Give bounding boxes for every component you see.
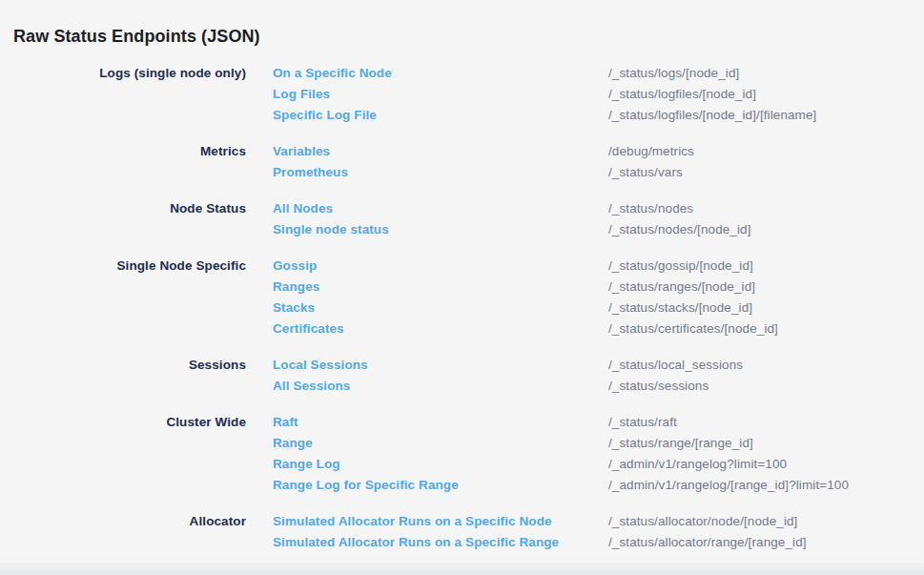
endpoint-row: On a Specific Node /_status/logs/[node_i… bbox=[273, 63, 816, 84]
endpoint-path-label: /_status/nodes bbox=[608, 198, 693, 219]
endpoint-row: Range Log /_admin/v1/rangelog?limit=100 bbox=[273, 454, 849, 475]
endpoint-link[interactable]: All Sessions bbox=[273, 376, 608, 397]
endpoint-category-label: Logs (single node only) bbox=[0, 63, 246, 126]
endpoint-link[interactable]: Specific Log File bbox=[273, 105, 608, 126]
endpoint-path-label: /_status/ranges/[node_id] bbox=[608, 277, 755, 298]
endpoint-row: Simulated Allocator Runs on a Specific N… bbox=[273, 511, 807, 532]
page-title: Raw Status Endpoints (JSON) bbox=[0, 11, 924, 47]
endpoint-link[interactable]: Simulated Allocator Runs on a Specific N… bbox=[273, 511, 608, 532]
endpoint-row: Log Files /_status/logfiles/[node_id] bbox=[273, 84, 816, 105]
endpoint-link[interactable]: Single node status bbox=[273, 219, 608, 240]
endpoint-path-label: /_admin/v1/rangelog/[range_id]?limit=100 bbox=[608, 475, 849, 496]
endpoint-group-sessions: Sessions Local Sessions /_status/local_s… bbox=[0, 355, 924, 397]
endpoint-row: Local Sessions /_status/local_sessions bbox=[273, 355, 743, 376]
endpoint-category-label: Sessions bbox=[0, 355, 246, 397]
endpoint-link[interactable]: Log Files bbox=[273, 84, 608, 105]
endpoint-groups: Logs (single node only) On a Specific No… bbox=[0, 63, 924, 553]
endpoint-path-label: /_status/sessions bbox=[608, 376, 708, 397]
endpoint-path-label: /_status/nodes/[node_id] bbox=[608, 219, 751, 240]
endpoint-rows: On a Specific Node /_status/logs/[node_i… bbox=[273, 63, 816, 126]
endpoint-row: Prometheus /_status/vars bbox=[273, 162, 694, 183]
endpoint-path-label: /_status/gossip/[node_id] bbox=[608, 256, 753, 277]
endpoint-row: Stacks /_status/stacks/[node_id] bbox=[273, 298, 778, 318]
endpoint-row: All Sessions /_status/sessions bbox=[273, 376, 743, 397]
endpoint-path-label: /_status/stacks/[node_id] bbox=[608, 298, 752, 318]
endpoint-row: Range Log for Specific Range /_admin/v1/… bbox=[273, 475, 849, 496]
endpoint-group-metrics: Metrics Variables /debug/metrics Prometh… bbox=[0, 141, 924, 183]
endpoint-path-label: /debug/metrics bbox=[608, 141, 694, 162]
endpoint-path-label: /_status/local_sessions bbox=[608, 355, 743, 376]
endpoint-path-label: /_status/logs/[node_id] bbox=[608, 63, 739, 84]
endpoint-row: All Nodes /_status/nodes bbox=[273, 198, 751, 219]
endpoint-rows: All Nodes /_status/nodes Single node sta… bbox=[273, 198, 751, 240]
endpoint-row: Single node status /_status/nodes/[node_… bbox=[273, 219, 751, 240]
endpoint-category-label: Allocator bbox=[0, 511, 246, 553]
raw-status-endpoints-page: Raw Status Endpoints (JSON) Logs (single… bbox=[0, 11, 924, 553]
endpoint-link[interactable]: All Nodes bbox=[273, 198, 608, 219]
endpoint-link[interactable]: Raft bbox=[273, 412, 608, 433]
endpoint-group-node-status: Node Status All Nodes /_status/nodes Sin… bbox=[0, 198, 924, 240]
endpoint-link[interactable]: Local Sessions bbox=[273, 355, 608, 376]
endpoint-link[interactable]: Certificates bbox=[273, 318, 608, 339]
endpoint-row: Certificates /_status/certificates/[node… bbox=[273, 318, 778, 339]
endpoint-path-label: /_status/vars bbox=[608, 162, 683, 183]
endpoint-path-label: /_status/logfiles/[node_id] bbox=[608, 84, 756, 105]
endpoint-path-label: /_status/range/[range_id] bbox=[608, 433, 753, 454]
endpoint-path-label: /_status/allocator/range/[range_id] bbox=[608, 532, 807, 553]
endpoint-link[interactable]: Range bbox=[273, 433, 608, 454]
endpoint-category-label: Single Node Specific bbox=[0, 256, 246, 339]
endpoint-path-label: /_status/certificates/[node_id] bbox=[608, 318, 778, 339]
endpoint-group-allocator: Allocator Simulated Allocator Runs on a … bbox=[0, 511, 924, 553]
endpoint-row: Specific Log File /_status/logfiles/[nod… bbox=[273, 105, 816, 126]
endpoint-path-label: /_admin/v1/rangelog?limit=100 bbox=[608, 454, 787, 475]
endpoint-group-logs: Logs (single node only) On a Specific No… bbox=[0, 63, 924, 126]
endpoint-row: Raft /_status/raft bbox=[273, 412, 849, 433]
endpoint-group-cluster-wide: Cluster Wide Raft /_status/raft Range /_… bbox=[0, 412, 924, 496]
endpoint-link[interactable]: Gossip bbox=[273, 256, 608, 277]
endpoint-row: Variables /debug/metrics bbox=[273, 141, 694, 162]
endpoint-category-label: Node Status bbox=[0, 198, 246, 240]
endpoint-row: Range /_status/range/[range_id] bbox=[273, 433, 849, 454]
endpoint-category-label: Cluster Wide bbox=[0, 412, 246, 496]
endpoint-path-label: /_status/logfiles/[node_id]/[filename] bbox=[608, 105, 816, 126]
endpoint-link[interactable]: Variables bbox=[273, 141, 608, 162]
endpoint-row: Gossip /_status/gossip/[node_id] bbox=[273, 256, 778, 277]
endpoint-path-label: /_status/allocator/node/[node_id] bbox=[608, 511, 797, 532]
endpoint-rows: Raft /_status/raft Range /_status/range/… bbox=[273, 412, 849, 496]
endpoint-path-label: /_status/raft bbox=[608, 412, 677, 433]
endpoint-link[interactable]: On a Specific Node bbox=[273, 63, 608, 84]
endpoint-link[interactable]: Range Log for Specific Range bbox=[273, 475, 608, 496]
endpoint-rows: Variables /debug/metrics Prometheus /_st… bbox=[273, 141, 694, 183]
endpoint-group-single-node: Single Node Specific Gossip /_status/gos… bbox=[0, 256, 924, 339]
endpoint-link[interactable]: Prometheus bbox=[273, 162, 608, 183]
endpoint-link[interactable]: Ranges bbox=[273, 277, 608, 298]
endpoint-rows: Gossip /_status/gossip/[node_id] Ranges … bbox=[273, 256, 778, 339]
endpoint-rows: Simulated Allocator Runs on a Specific N… bbox=[273, 511, 807, 553]
endpoint-link[interactable]: Simulated Allocator Runs on a Specific R… bbox=[273, 532, 608, 553]
endpoint-link[interactable]: Range Log bbox=[273, 454, 608, 475]
endpoint-row: Simulated Allocator Runs on a Specific R… bbox=[273, 532, 807, 553]
endpoint-category-label: Metrics bbox=[0, 141, 246, 183]
endpoint-rows: Local Sessions /_status/local_sessions A… bbox=[273, 355, 743, 397]
bottom-strip bbox=[0, 563, 924, 575]
endpoint-row: Ranges /_status/ranges/[node_id] bbox=[273, 277, 778, 298]
endpoint-link[interactable]: Stacks bbox=[273, 298, 608, 318]
